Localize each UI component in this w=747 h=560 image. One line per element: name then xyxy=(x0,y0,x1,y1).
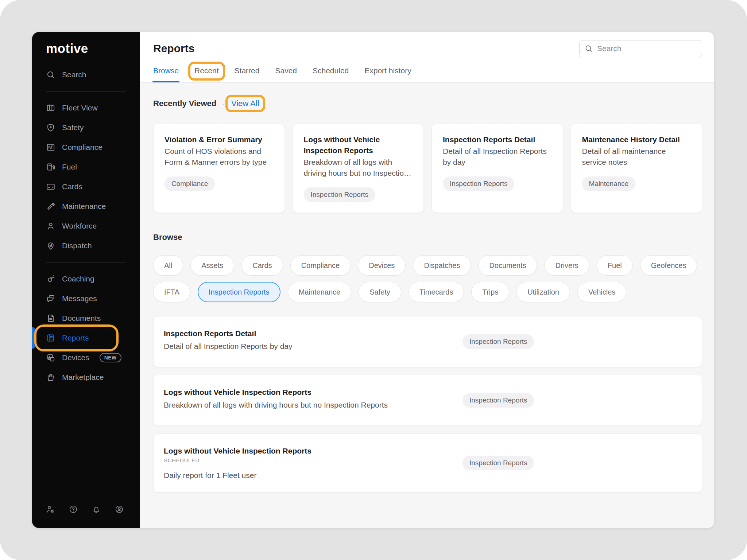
sidebar-item-messages[interactable]: Messages xyxy=(32,289,140,308)
card-title: Logs without Vehicle Inspection Reports xyxy=(304,134,413,156)
sidebar-divider xyxy=(46,91,126,92)
report-list-item-inspection-reports-detail[interactable]: Inspection Reports DetailDetail of all I… xyxy=(153,316,702,367)
sidebar-item-dispatch[interactable]: Dispatch xyxy=(32,236,140,256)
filter-row-1: AllAssetsCardsComplianceDevicesDispatche… xyxy=(153,255,702,276)
filter-chip-cards[interactable]: Cards xyxy=(241,255,283,276)
tab-scheduled[interactable]: Scheduled xyxy=(313,66,349,82)
report-list-item-logs-without-vehicle-inspection-reports[interactable]: Logs without Vehicle Inspection ReportsS… xyxy=(153,433,702,493)
card-title: Violation & Error Summary xyxy=(165,134,274,145)
bag-icon xyxy=(46,373,55,382)
report-card-violation-error-summary[interactable]: Violation & Error SummaryCount of HOS vi… xyxy=(153,124,285,213)
sidebar-item-search[interactable]: Search xyxy=(32,65,140,85)
sidebar-item-marketplace[interactable]: Marketplace xyxy=(32,368,140,387)
filter-row-2: IFTAInspection ReportsMaintenanceSafetyT… xyxy=(153,282,702,302)
sidebar-item-devices[interactable]: DevicesNEW xyxy=(32,348,140,368)
recently-viewed-header: Recently Viewed · View All xyxy=(153,99,702,108)
recently-viewed-cards: Violation & Error SummaryCount of HOS vi… xyxy=(153,124,702,213)
report-card-inspection-reports-detail[interactable]: Inspection Reports DetailDetail of all I… xyxy=(431,124,563,213)
filter-chip-vehicles[interactable]: Vehicles xyxy=(577,282,627,302)
sidebar-item-label: Documents xyxy=(62,314,101,323)
view-all-link[interactable]: View All xyxy=(231,99,259,108)
filter-chip-documents[interactable]: Documents xyxy=(478,255,537,276)
new-badge: NEW xyxy=(100,353,121,362)
page-title: Reports xyxy=(153,42,194,55)
sidebar-item-workforce[interactable]: Workforce xyxy=(32,216,140,236)
report-icon xyxy=(46,333,55,343)
browse-title: Browse xyxy=(153,233,702,242)
report-list: Inspection Reports DetailDetail of all I… xyxy=(153,316,702,493)
filter-chip-geofences[interactable]: Geofences xyxy=(640,255,697,276)
sidebar-item-reports[interactable]: Reports xyxy=(32,328,140,348)
report-description: Detail of all Inspection Reports by day xyxy=(164,341,692,351)
sidebar-item-fuel[interactable]: Fuel xyxy=(32,157,140,177)
tab-starred[interactable]: Starred xyxy=(235,66,260,82)
user-gear-icon[interactable] xyxy=(45,504,55,514)
filter-chip-inspection-reports[interactable]: Inspection Reports xyxy=(198,282,280,302)
category-tag: Maintenance xyxy=(582,176,636,191)
filter-chip-dispatches[interactable]: Dispatches xyxy=(413,255,471,276)
card-description: Breakdown of all logs with driving hours… xyxy=(304,157,413,179)
filter-chip-all[interactable]: All xyxy=(153,255,183,276)
report-card-logs-without-vehicle-inspection-reports[interactable]: Logs without Vehicle Inspection ReportsB… xyxy=(293,124,424,213)
sidebar-item-label: Marketplace xyxy=(62,373,104,382)
filter-chip-drivers[interactable]: Drivers xyxy=(544,255,589,276)
sidebar-item-compliance[interactable]: Compliance xyxy=(32,137,140,157)
tab-label: Starred xyxy=(235,66,260,75)
tab-label: Browse xyxy=(153,66,179,75)
tab-label: Export history xyxy=(364,66,411,75)
filter-chip-ifta[interactable]: IFTA xyxy=(153,282,190,302)
report-title: Logs without Vehicle Inspection Reports xyxy=(164,387,692,397)
filter-chip-devices[interactable]: Devices xyxy=(358,255,406,276)
sidebar-item-fleet-view[interactable]: Fleet View xyxy=(32,98,140,118)
tab-recent[interactable]: Recent xyxy=(194,66,219,82)
sidebar-item-label: Reports xyxy=(62,334,89,342)
active-indicator-bar xyxy=(32,327,35,349)
sidebar-item-label: Dispatch xyxy=(62,241,92,250)
search-input[interactable] xyxy=(579,40,702,57)
sidebar-item-label: Fleet View xyxy=(62,104,98,112)
account-icon[interactable] xyxy=(115,504,124,514)
report-card-maintenance-history-detail[interactable]: Maintenance History DetailDetail of all … xyxy=(571,124,703,213)
document-icon xyxy=(46,314,55,323)
sidebar: motive Search Fleet ViewSafetyCompliance… xyxy=(32,32,140,528)
sidebar-item-documents[interactable]: Documents xyxy=(32,308,140,328)
tab-label: Recent xyxy=(194,66,219,75)
report-list-item-logs-without-vehicle-inspection-reports[interactable]: Logs without Vehicle Inspection ReportsB… xyxy=(153,375,702,426)
compliance-icon xyxy=(46,143,55,152)
category-tag: Inspection Reports xyxy=(462,456,534,470)
sidebar-item-coaching[interactable]: Coaching xyxy=(32,269,140,289)
sidebar-item-cards[interactable]: Cards xyxy=(32,177,140,197)
scheduled-badge: SCHEDULED xyxy=(164,457,692,463)
card-title: Maintenance History Detail xyxy=(582,134,691,145)
report-description: Daily report for 1 Fleet user xyxy=(164,470,692,481)
category-tag: Inspection Reports xyxy=(462,334,534,349)
filter-chip-trips[interactable]: Trips xyxy=(471,282,509,302)
fuel-icon xyxy=(46,162,55,172)
content-area: Recently Viewed · View All Violation & E… xyxy=(140,83,714,528)
tab-saved[interactable]: Saved xyxy=(275,66,297,82)
sidebar-item-safety[interactable]: Safety xyxy=(32,118,140,137)
filter-chip-compliance[interactable]: Compliance xyxy=(290,255,351,276)
page-header: Reports BrowseRecentStarredSavedSchedule… xyxy=(140,32,714,83)
sidebar-item-label: Devices xyxy=(62,353,89,362)
filter-chip-assets[interactable]: Assets xyxy=(190,255,234,276)
sidebar-item-label: Search xyxy=(62,70,86,79)
sidebar-item-maintenance[interactable]: Maintenance xyxy=(32,197,140,216)
tab-browse[interactable]: Browse xyxy=(153,66,179,82)
whistle-icon xyxy=(46,274,55,284)
sidebar-item-label: Safety xyxy=(62,123,84,132)
bell-icon[interactable] xyxy=(92,504,101,514)
filter-chip-maintenance[interactable]: Maintenance xyxy=(288,282,352,302)
filter-chip-safety[interactable]: Safety xyxy=(359,282,401,302)
sidebar-item-label: Coaching xyxy=(62,275,94,283)
sidebar-item-label: Workforce xyxy=(62,222,97,230)
filter-chip-timecards[interactable]: Timecards xyxy=(409,282,464,302)
tab-export-history[interactable]: Export history xyxy=(364,66,411,82)
messages-icon xyxy=(46,294,55,303)
help-icon[interactable] xyxy=(68,504,78,514)
filter-chip-fuel[interactable]: Fuel xyxy=(597,255,633,276)
search-icon xyxy=(584,44,593,53)
filter-chip-utilization[interactable]: Utilization xyxy=(516,282,570,302)
card-description: Detail of all Inspection Reports by day xyxy=(443,146,552,168)
category-tag: Inspection Reports xyxy=(462,393,534,408)
